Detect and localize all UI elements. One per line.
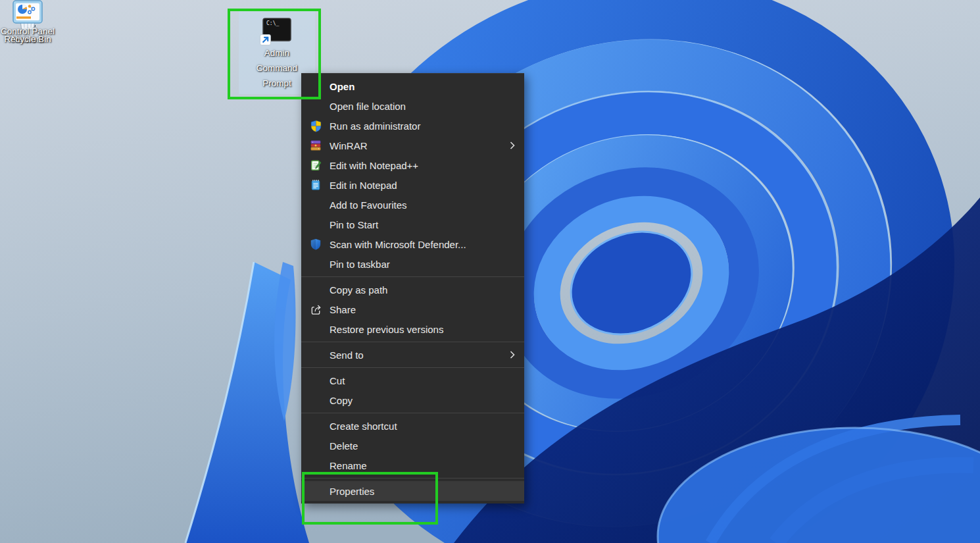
icon-label: Control Panel (0, 26, 55, 37)
menu-separator (301, 367, 524, 368)
svg-text:C:\_: C:\_ (266, 20, 279, 26)
menu-separator (301, 276, 524, 277)
menu-item-open[interactable]: Open (301, 76, 524, 96)
context-menu: Open Open file location Run as (301, 73, 524, 504)
menu-item-edit-in-notepad[interactable]: Edit in Notepad (301, 175, 524, 195)
menu-item-delete[interactable]: Delete (301, 436, 524, 455)
menu-separator (301, 478, 524, 478)
menu-item-scan-with-microsoft-defender[interactable]: Scan with Microsoft Defender... (301, 234, 524, 254)
share-icon (308, 303, 324, 316)
defender-shield-icon (308, 238, 324, 251)
menu-item-restore-previous-versions[interactable]: Restore previous versions (301, 319, 524, 339)
icon-label-line: Command (239, 63, 315, 74)
menu-item-send-to[interactable]: Send to (301, 345, 524, 365)
menu-item-cut[interactable]: Cut (301, 371, 524, 390)
menu-item-open-file-location[interactable]: Open file location (301, 96, 524, 116)
menu-item-copy-as-path[interactable]: Copy as path (301, 280, 524, 299)
submenu-chevron-icon (508, 142, 515, 149)
notepad-icon (308, 178, 324, 192)
menu-separator (301, 413, 524, 413)
menu-item-rename[interactable]: Rename (301, 455, 524, 475)
submenu-chevron-icon (508, 351, 515, 359)
menu-item-share[interactable]: Share (301, 299, 524, 319)
menu-item-run-as-administrator[interactable]: Run as administrator (301, 116, 524, 136)
shortcut-arrow-icon (260, 34, 271, 45)
menu-item-add-to-favourites[interactable]: Add to Favourites (301, 195, 524, 215)
menu-item-create-shortcut[interactable]: Create shortcut (301, 416, 524, 436)
notepad-plus-plus-icon (308, 159, 324, 172)
menu-item-pin-to-start[interactable]: Pin to Start (301, 215, 524, 234)
menu-separator (301, 342, 524, 342)
menu-item-pin-to-taskbar[interactable]: Pin to taskbar (301, 254, 524, 274)
desktop-icon-control-panel[interactable]: Control Panel (0, 0, 55, 37)
winrar-icon (308, 139, 324, 152)
menu-item-properties[interactable]: Properties (301, 481, 524, 501)
icon-label-line: Admin (239, 47, 315, 59)
uac-shield-icon (308, 119, 324, 132)
menu-item-copy[interactable]: Copy (301, 390, 524, 410)
menu-item-edit-with-notepad-plus-plus[interactable]: Edit with Notepad++ (301, 155, 524, 175)
control-panel-icon (12, 0, 43, 24)
desktop-surface: Network ♻ Recycle Bin Control Panel (0, 0, 980, 543)
menu-item-winrar[interactable]: WinRAR (301, 136, 524, 155)
